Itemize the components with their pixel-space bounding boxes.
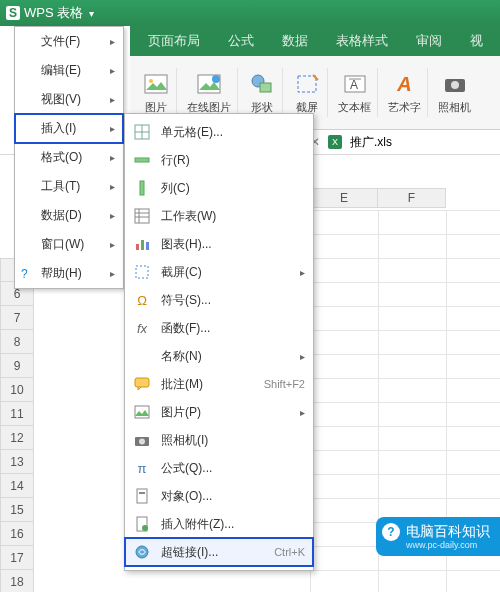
main-menu: 文件(F)▸ 编辑(E)▸ 视图(V)▸ 插入(I)▸ 格式(O)▸ 工具(T)… [14,26,124,289]
submenu-hyperlink[interactable]: 超链接(I)...Ctrl+K [125,538,313,566]
app-title: WPS 表格 [24,4,83,22]
submenu-camera[interactable]: 照相机(I) [125,426,313,454]
tab-formula[interactable]: 公式 [214,26,268,56]
row-header[interactable]: 12 [0,426,34,450]
row-header[interactable]: 11 [0,402,34,426]
svg-text:A: A [350,78,358,92]
worksheet-icon [133,207,151,225]
title-dropdown-icon[interactable]: ▾ [89,8,94,19]
svg-rect-23 [146,242,149,250]
chevron-right-icon: ▸ [110,123,115,134]
document-filename[interactable]: 推广.xls [350,134,392,151]
xls-file-icon: X [328,135,342,149]
row-header[interactable]: 16 [0,522,34,546]
ribbon-tabs: 页面布局 公式 数据 表格样式 审阅 视 [130,26,500,56]
attachment-icon [133,515,151,533]
textbox-icon: A [341,70,369,98]
comment-icon [133,375,151,393]
row-header[interactable]: 8 [0,330,34,354]
menu-help[interactable]: ?帮助(H)▸ [15,259,123,288]
chevron-right-icon: ▸ [110,239,115,250]
row-header[interactable]: 13 [0,450,34,474]
chart-icon [133,235,151,253]
submenu-worksheet[interactable]: 工作表(W) [125,202,313,230]
fx-icon: fx [133,319,151,337]
svg-rect-30 [139,492,145,494]
tab-review[interactable]: 审阅 [402,26,456,56]
menu-tools[interactable]: 工具(T)▸ [15,172,123,201]
tab-page-layout[interactable]: 页面布局 [134,26,214,56]
row-header[interactable]: 7 [0,306,34,330]
submenu-row[interactable]: 行(R) [125,146,313,174]
tab-view-partial[interactable]: 视 [456,26,497,56]
tab-table-style[interactable]: 表格样式 [322,26,402,56]
row-header[interactable]: 9 [0,354,34,378]
column-icon [133,179,151,197]
tab-data[interactable]: 数据 [268,26,322,56]
svg-rect-17 [135,209,149,223]
menu-data[interactable]: 数据(D)▸ [15,201,123,230]
row-header[interactable]: 17 [0,546,34,570]
menu-file[interactable]: 文件(F)▸ [15,27,123,56]
submenu-object[interactable]: 对象(O)... [125,482,313,510]
name-icon [133,347,151,365]
badge-title: 电脑百科知识 [406,523,490,539]
chevron-right-icon: ▸ [110,36,115,47]
svg-rect-24 [136,266,148,278]
svg-rect-25 [135,378,149,387]
menu-window[interactable]: 窗口(W)▸ [15,230,123,259]
submenu-equation[interactable]: π公式(Q)... [125,454,313,482]
ribbon-picture[interactable]: 图片 [136,68,177,117]
submenu-symbol[interactable]: Ω符号(S)... [125,286,313,314]
equation-icon: π [133,459,151,477]
ribbon-online-picture[interactable]: 在线图片 [181,68,238,117]
submenu-name[interactable]: 名称(N)▸ [125,342,313,370]
chevron-right-icon: ▸ [110,152,115,163]
svg-rect-16 [140,181,144,195]
chevron-right-icon: ▸ [110,94,115,105]
column-header[interactable]: E [310,188,378,208]
picture-icon [142,70,170,98]
submenu-function[interactable]: fx函数(F)... [125,314,313,342]
row-header[interactable]: 14 [0,474,34,498]
svg-point-33 [136,546,148,558]
badge-url: www.pc-daily.com [406,540,490,550]
insert-submenu: 单元格(E)... 行(R) 列(C) 工作表(W) 图表(H)... 截屏(C… [124,113,314,571]
menu-edit[interactable]: 编辑(E)▸ [15,56,123,85]
cells-icon [133,123,151,141]
ribbon-textbox[interactable]: A 文本框 [332,68,378,117]
column-header[interactable]: F [378,188,446,208]
submenu-cells[interactable]: 单元格(E)... [125,118,313,146]
artfont-icon: A [391,70,419,98]
menu-format[interactable]: 格式(O)▸ [15,143,123,172]
chevron-right-icon: ▸ [110,210,115,221]
submenu-chart[interactable]: 图表(H)... [125,230,313,258]
help-icon: ? [21,267,28,281]
svg-rect-26 [135,406,149,418]
svg-point-32 [142,525,148,531]
svg-point-1 [149,79,153,83]
svg-point-3 [212,75,220,83]
camera-icon [441,70,469,98]
submenu-column[interactable]: 列(C) [125,174,313,202]
menu-insert[interactable]: 插入(I)▸ [15,114,123,143]
submenu-screenshot[interactable]: 截屏(C)▸ [125,258,313,286]
wps-logo: S [6,6,20,20]
ribbon-artfont[interactable]: A 艺术字 [382,68,428,117]
document-tabs: ✕ X 推广.xls [310,130,392,154]
chevron-right-icon: ▸ [300,351,305,362]
online-picture-icon [195,70,223,98]
row-header[interactable]: 15 [0,498,34,522]
ribbon-shapes[interactable]: 形状 [242,68,283,117]
submenu-attachment[interactable]: 插入附件(Z)... [125,510,313,538]
menu-view[interactable]: 视图(V)▸ [15,85,123,114]
ribbon-camera[interactable]: 照相机 [432,68,477,117]
chevron-right-icon: ▸ [110,181,115,192]
submenu-comment[interactable]: 批注(M)Shift+F2 [125,370,313,398]
svg-rect-6 [298,76,316,92]
row-header[interactable]: 18 [0,570,34,592]
svg-rect-22 [141,240,144,250]
ribbon-screenshot[interactable]: 截屏 [287,68,328,117]
row-header[interactable]: 10 [0,378,34,402]
submenu-picture[interactable]: 图片(P)▸ [125,398,313,426]
